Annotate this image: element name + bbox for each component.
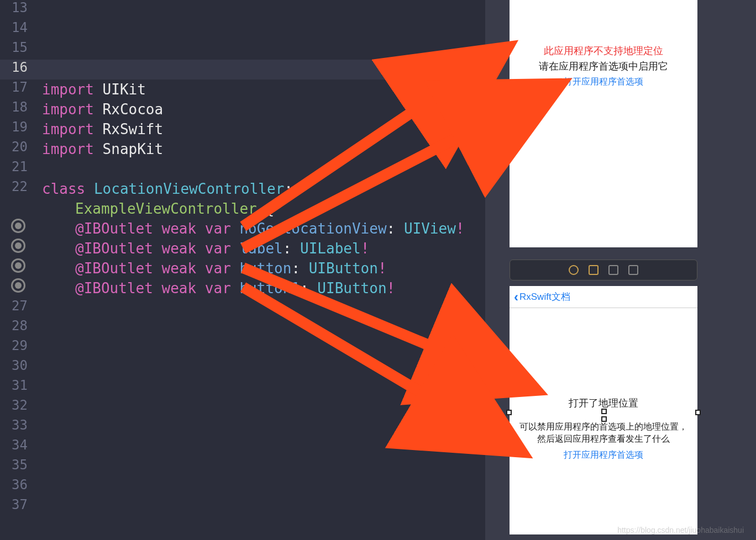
interface-builder-panel: 此应用程序不支持地理定位 请在应用程序首选项中启用它 打开应用程序首选项 ‹ R…	[485, 0, 756, 540]
current-line-highlight	[0, 60, 485, 80]
location-hint-label: 可以禁用应用程序的首选项上的地理位置，然后返回应用程序查看发生了什么	[510, 421, 697, 446]
code-line: class LocationViewController:	[42, 179, 293, 199]
line-number: 13	[0, 0, 28, 15]
ib-selection-handle[interactable]	[601, 409, 607, 414]
code-editor[interactable]: 13 14 15 16 17 18 19 20 21 22 27 28 29 3…	[0, 0, 485, 540]
outlet-connected-icon[interactable]	[11, 239, 25, 253]
main-view-preview[interactable]: ‹ RxSwift文档 打开了地理位置 可以禁用应用程序的首选项上的地理位置，然…	[510, 286, 697, 534]
line-number: 37	[0, 497, 28, 512]
line-number: 31	[0, 378, 28, 393]
line-number: 20	[0, 139, 28, 155]
line-number: 21	[0, 159, 28, 174]
code-line: @IBOutlet weak var label: UILabel!	[75, 239, 369, 258]
line-number: 32	[0, 398, 28, 413]
line-number: 28	[0, 318, 28, 333]
error-title-label: 此应用程序不支持地理定位	[510, 44, 697, 57]
line-number: 27	[0, 298, 28, 314]
code-line: import UIKit	[42, 80, 146, 99]
line-number: 17	[0, 80, 28, 95]
code-line: import SnapKit	[42, 139, 163, 159]
outlet-connected-icon[interactable]	[11, 258, 25, 273]
line-number: 14	[0, 20, 28, 35]
back-button-label[interactable]: RxSwift文档	[519, 290, 570, 303]
code-line: @IBOutlet weak var noGeolocationView: UI…	[75, 219, 464, 239]
code-line: import RxSwift	[42, 119, 163, 139]
line-number: 34	[0, 437, 28, 453]
line-number: 22	[0, 179, 28, 194]
navigation-bar: ‹ RxSwift文档	[510, 286, 697, 308]
code-line: ExampleViewController {	[75, 199, 274, 219]
open-preferences-button-2[interactable]: 打开应用程序首选项	[510, 449, 697, 461]
line-number: 30	[0, 358, 28, 373]
code-line: import RxCocoa	[42, 99, 163, 119]
no-geolocation-view-preview[interactable]: 此应用程序不支持地理定位 请在应用程序首选项中启用它 打开应用程序首选项	[510, 0, 697, 247]
ib-selection-handle[interactable]	[695, 410, 701, 415]
line-number: 16	[0, 60, 28, 75]
line-number: 19	[0, 119, 28, 135]
location-status-label: 打开了地理位置	[510, 396, 697, 410]
back-chevron-icon[interactable]: ‹	[514, 289, 518, 305]
outlet-connected-icon[interactable]	[11, 278, 25, 293]
code-line: @IBOutlet weak var button: UIButton!	[75, 258, 387, 278]
line-number: 33	[0, 417, 28, 433]
outlet-connected-icon[interactable]	[11, 219, 25, 233]
ib-selection-handle[interactable]	[506, 410, 512, 415]
watermark-text: https://blog.csdn.net/jiuohabaikaishui	[617, 526, 744, 534]
ib-record-icon[interactable]	[569, 265, 579, 275]
ib-canvas-toolbar	[510, 260, 697, 280]
error-subtitle-label: 请在应用程序首选项中启用它	[510, 60, 697, 73]
line-number: 36	[0, 477, 28, 493]
line-number: 15	[0, 40, 28, 55]
code-line: @IBOutlet weak var button1: UIButton!	[75, 278, 395, 298]
gutter: 13 14 15 16 17 18 19 20 21 22 27 28 29 3…	[0, 0, 34, 540]
line-number: 35	[0, 457, 28, 473]
line-number: 18	[0, 99, 28, 115]
ib-3d-view-icon[interactable]	[589, 265, 599, 275]
ib-bounds-icon[interactable]	[608, 265, 618, 275]
open-preferences-button[interactable]: 打开应用程序首选项	[510, 76, 697, 88]
ib-outline-icon[interactable]	[628, 265, 638, 275]
line-number: 29	[0, 338, 28, 353]
